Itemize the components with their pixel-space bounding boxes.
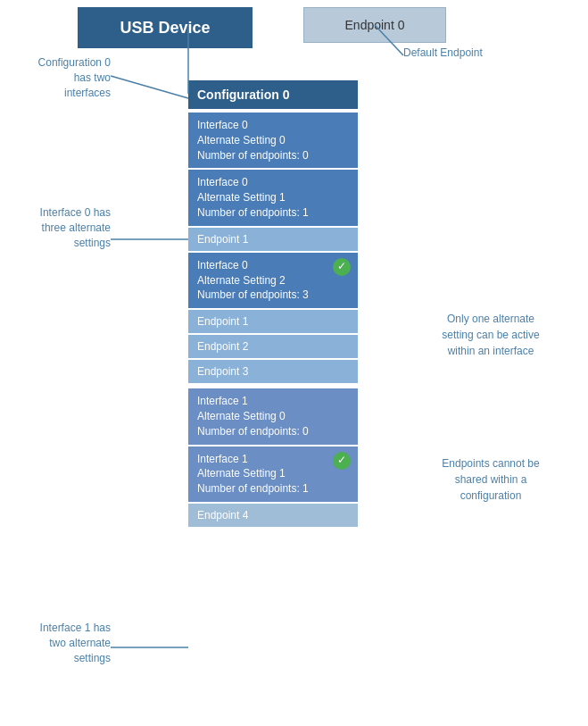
endpoint-if1-alt1-ep4: Endpoint 4 xyxy=(188,504,358,527)
svg-line-2 xyxy=(111,76,188,98)
endpoint0-label: Endpoint 0 xyxy=(345,18,405,32)
annotation-interface1-settings: Interface 1 hastwo alternatesettings xyxy=(4,621,111,665)
endpoint-if0-alt2-ep3: Endpoint 3 xyxy=(188,360,358,383)
interface-block-if0-alt0: Interface 0 Alternate Setting 0 Number o… xyxy=(188,113,358,168)
annotation-config-two-interfaces: Configuration 0has twointerfaces xyxy=(4,55,111,100)
if1-alt0-line2: Alternate Setting 0 xyxy=(197,409,349,424)
annotation-one-active: Only one alternatesetting can be activew… xyxy=(406,311,576,359)
if0-alt1-line3: Number of endpoints: 1 xyxy=(197,205,349,221)
default-endpoint-label: Default Endpoint xyxy=(403,46,483,59)
if1-alt0-line3: Number of endpoints: 0 xyxy=(197,424,349,439)
endpoint-if0-alt1-ep1: Endpoint 1 xyxy=(188,228,358,251)
if1-alt1-line2: Alternate Setting 1 xyxy=(197,466,349,481)
active-check-if0-alt2: ✓ xyxy=(333,258,351,276)
endpoint-if0-alt2-ep2: Endpoint 2 xyxy=(188,335,358,358)
if0-alt0-line3: Number of endpoints: 0 xyxy=(197,148,349,163)
diagram-container: Configuration 0 Interface 0 Alternate Se… xyxy=(188,80,358,529)
endpoint-if0-alt2-ep1: Endpoint 1 xyxy=(188,310,358,333)
if0-alt2-line3: Number of endpoints: 3 xyxy=(197,288,349,303)
if0-alt2-line2: Alternate Setting 2 xyxy=(197,273,349,288)
if0-alt0-line1: Interface 0 xyxy=(197,118,349,133)
config-header: Configuration 0 xyxy=(188,80,358,109)
if1-alt0-line1: Interface 1 xyxy=(197,394,349,409)
if1-alt1-line3: Number of endpoints: 1 xyxy=(197,481,349,497)
interface-block-if0-alt1: Interface 0 Alternate Setting 1 Number o… xyxy=(188,170,358,225)
if0-alt1-line2: Alternate Setting 1 xyxy=(197,190,349,205)
interface-block-if1-alt1: ✓ Interface 1 Alternate Setting 1 Number… xyxy=(188,446,358,502)
if0-alt2-line1: Interface 0 xyxy=(197,258,349,273)
interface-block-if1-alt0: Interface 1 Alternate Setting 0 Number o… xyxy=(188,388,358,444)
interface-block-if0-alt2: ✓ Interface 0 Alternate Setting 2 Number… xyxy=(188,253,358,308)
annotation-interface0-settings: Interface 0 hasthree alternatesettings xyxy=(4,205,111,250)
if0-alt1-line1: Interface 0 xyxy=(197,175,349,190)
usb-device-label: USB Device xyxy=(120,19,210,38)
usb-device-box: USB Device xyxy=(78,7,253,48)
endpoint0-box: Endpoint 0 xyxy=(303,7,446,43)
if1-alt1-line1: Interface 1 xyxy=(197,452,349,467)
annotation-endpoints-not-shared: Endpoints cannot beshared within aconfig… xyxy=(406,455,576,504)
if0-alt0-line2: Alternate Setting 0 xyxy=(197,133,349,148)
active-check-if1-alt1: ✓ xyxy=(333,452,351,470)
